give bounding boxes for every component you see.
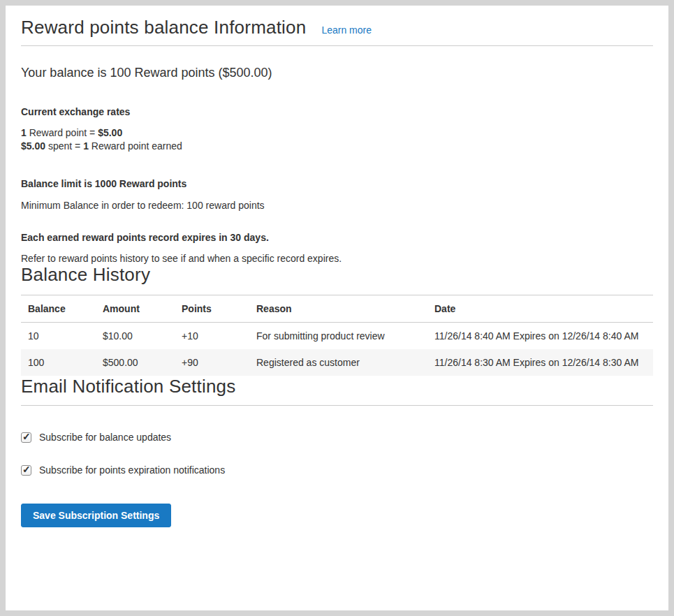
balance-message: Your balance is 100 Reward points ($500.… bbox=[21, 65, 653, 80]
cell-reason: Registered as customer bbox=[249, 349, 427, 376]
spend-rate-mid2: Reward point earned bbox=[89, 140, 182, 152]
subscription-option-expiration-notifications[interactable]: Subscribe for points expiration notifica… bbox=[21, 464, 653, 476]
spend-rate-amount: $5.00 bbox=[21, 140, 45, 152]
exchange-rates-lines: 1 Reward point = $5.00 $5.00 spent = 1 R… bbox=[21, 126, 653, 153]
expiration-hint: Refer to reward points history to see if… bbox=[21, 253, 653, 264]
cell-amount: $500.00 bbox=[96, 349, 175, 376]
spend-rate-line: $5.00 spent = 1 Reward point earned bbox=[21, 140, 653, 153]
cell-balance: 10 bbox=[21, 323, 96, 350]
page-title: Reward points balance Information bbox=[21, 17, 306, 38]
table-row: 100 $500.00 +90 Registered as customer 1… bbox=[21, 349, 653, 376]
column-header-points: Points bbox=[175, 295, 249, 323]
exchange-rates-heading: Current exchange rates bbox=[21, 106, 653, 117]
balance-limit-text: Balance limit is 1000 Reward points bbox=[21, 178, 653, 189]
balance-history-table: Balance Amount Points Reason Date 10 $10… bbox=[21, 295, 653, 376]
subscription-option-balance-updates[interactable]: Subscribe for balance updates bbox=[21, 432, 653, 443]
balance-updates-checkbox[interactable] bbox=[21, 432, 31, 443]
cell-date: 11/26/14 8:40 AM Expires on 12/26/14 8:4… bbox=[427, 323, 653, 350]
cell-balance: 100 bbox=[21, 349, 96, 376]
option-label: Subscribe for points expiration notifica… bbox=[39, 464, 225, 476]
cell-date: 11/26/14 8:30 AM Expires on 12/26/14 8:3… bbox=[427, 349, 653, 376]
expiration-notifications-checkbox[interactable] bbox=[21, 465, 31, 476]
page-header: Reward points balance Information Learn … bbox=[21, 17, 653, 38]
balance-history-heading: Balance History bbox=[21, 264, 653, 286]
minimum-balance-text: Minimum Balance in order to redeem: 100 … bbox=[21, 200, 653, 211]
header-divider bbox=[21, 45, 653, 46]
column-header-amount: Amount bbox=[96, 295, 175, 323]
learn-more-link[interactable]: Learn more bbox=[321, 24, 372, 36]
cell-reason: For submitting product review bbox=[249, 323, 427, 350]
column-header-date: Date bbox=[427, 295, 653, 323]
column-header-reason: Reason bbox=[249, 295, 427, 323]
column-header-balance: Balance bbox=[21, 295, 96, 323]
cell-amount: $10.00 bbox=[96, 323, 175, 350]
save-subscription-button[interactable]: Save Subscription Settings bbox=[21, 504, 171, 527]
reward-points-card: Reward points balance Information Learn … bbox=[6, 6, 668, 610]
spend-rate-points: 1 bbox=[83, 140, 89, 152]
earn-rate-line: 1 Reward point = $5.00 bbox=[21, 126, 653, 140]
spend-rate-mid1: spent = bbox=[45, 140, 83, 152]
cell-points: +90 bbox=[175, 349, 249, 376]
cell-points: +10 bbox=[175, 323, 249, 350]
option-label: Subscribe for balance updates bbox=[39, 432, 171, 443]
email-settings-divider bbox=[21, 405, 653, 406]
earn-rate-mid: Reward point = bbox=[27, 127, 98, 138]
expiration-notice: Each earned reward points record expires… bbox=[21, 232, 653, 243]
earn-rate-points: 1 bbox=[21, 127, 27, 138]
table-row: 10 $10.00 +10 For submitting product rev… bbox=[21, 323, 653, 350]
earn-rate-amount: $5.00 bbox=[98, 127, 122, 138]
table-header-row: Balance Amount Points Reason Date bbox=[21, 295, 653, 323]
email-settings-heading: Email Notification Settings bbox=[21, 376, 653, 397]
